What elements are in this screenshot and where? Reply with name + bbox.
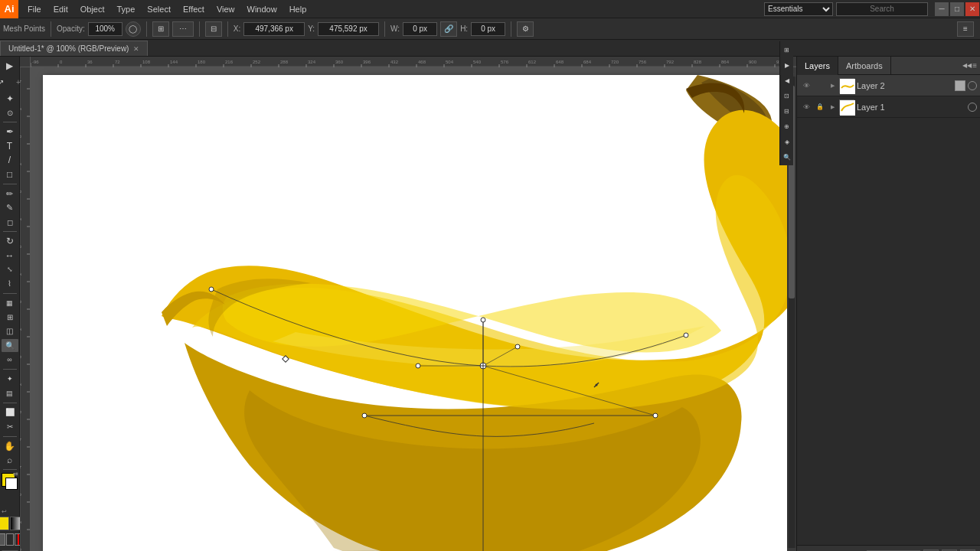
menu-bar: Ai File Edit Object Type Select Effect V…: [0, 0, 980, 18]
options-bar: Mesh Points Opacity: 100% ◯ ⊞ ⋯ ⊟ X: Y: …: [0, 18, 980, 40]
svg-text:-96: -96: [32, 60, 39, 64]
rectangle-tool[interactable]: □: [2, 168, 18, 181]
layer2-name: Layer 2: [857, 81, 952, 90]
column-graph-tool[interactable]: ▤: [2, 386, 18, 399]
svg-text:792: 792: [666, 60, 675, 64]
pen-tool[interactable]: ✒: [2, 126, 18, 138]
hand-tool[interactable]: ✋: [2, 439, 18, 452]
mesh-tool[interactable]: ⊞: [2, 311, 18, 323]
h-input[interactable]: [471, 22, 505, 36]
y-label: Y:: [308, 24, 315, 33]
search-input[interactable]: [836, 2, 928, 16]
svg-text:612: 612: [528, 60, 537, 64]
fill-mode-btns: [0, 533, 22, 546]
default-colors-btn[interactable]: ↩: [2, 508, 7, 515]
layer2-visibility[interactable]: 👁: [800, 80, 812, 92]
menu-window[interactable]: Window: [241, 2, 283, 16]
layer1-expand[interactable]: ▶: [828, 103, 837, 112]
menu-file[interactable]: File: [21, 2, 47, 16]
selection-tool[interactable]: ▶: [2, 60, 18, 72]
zoom-tool[interactable]: ⌕: [2, 454, 18, 466]
layer1-lock[interactable]: 🔒: [815, 102, 825, 112]
scale-tool[interactable]: ⤡: [2, 263, 18, 276]
paintbrush-tool[interactable]: ✏: [2, 187, 18, 200]
layers-panel-header: Layers Artboards ◀◀ ≡: [797, 57, 980, 75]
lock-proportions-btn[interactable]: 🔗: [440, 21, 457, 37]
fill-btn[interactable]: [0, 533, 5, 546]
rt-btn3[interactable]: ◀: [780, 73, 794, 87]
stroke-only-btn[interactable]: [6, 533, 14, 546]
menu-type[interactable]: Type: [111, 2, 142, 16]
maximize-button[interactable]: □: [950, 2, 964, 16]
tab-close-btn[interactable]: ✕: [133, 45, 139, 53]
warp-tool[interactable]: ⌇: [2, 278, 18, 290]
slice-tool[interactable]: ✂: [2, 420, 18, 432]
scroll-down-btn[interactable]: ▼: [787, 548, 796, 551]
svg-text:0: 0: [60, 60, 63, 64]
swap-colors-btn[interactable]: ⇄: [13, 471, 18, 478]
rt-btn2[interactable]: ▶: [780, 58, 794, 72]
rt-btn6[interactable]: ⊕: [780, 119, 794, 133]
y-input[interactable]: [318, 22, 379, 36]
lasso-tool[interactable]: ⊙: [2, 106, 18, 119]
opacity-input[interactable]: 100%: [88, 22, 122, 36]
menu-view[interactable]: View: [211, 2, 241, 16]
menu-edit[interactable]: Edit: [47, 2, 74, 16]
direct-selection-tool[interactable]: ↗: [0, 73, 9, 90]
color-area: ⇄ ↩: [2, 473, 18, 515]
menu-effect[interactable]: Effect: [177, 2, 211, 16]
close-button[interactable]: ✕: [965, 2, 979, 16]
background-color[interactable]: [5, 478, 18, 490]
pencil-tool[interactable]: ✎: [2, 201, 18, 214]
layer1-target[interactable]: [968, 103, 977, 112]
minimize-button[interactable]: ─: [935, 2, 949, 16]
blend-tool[interactable]: ∞: [2, 354, 18, 366]
gradient-tool[interactable]: ◫: [2, 325, 18, 337]
layer-row-2[interactable]: 👁 ▶ Layer 2: [797, 75, 980, 96]
more-options-btn[interactable]: ⚙: [517, 21, 534, 37]
canvas-area[interactable]: [31, 67, 787, 551]
x-input[interactable]: [243, 22, 305, 36]
graph-tool[interactable]: ▦: [2, 297, 18, 309]
opacity-icon-btn[interactable]: ◯: [126, 21, 141, 37]
menu-object[interactable]: Object: [74, 2, 111, 16]
panel-collapse-btn[interactable]: ◀◀: [962, 61, 972, 70]
line-tool[interactable]: /: [2, 154, 18, 166]
rotate-tool[interactable]: ↻: [2, 235, 18, 247]
eyedropper-tool[interactable]: 🔍: [2, 339, 18, 351]
document-tab[interactable]: Untitled-1* @ 100% (RGB/Preview) ✕: [0, 41, 148, 56]
rt-btn7[interactable]: ◈: [780, 135, 794, 148]
workspace-selector[interactable]: Essentials: [764, 2, 833, 16]
banana-artwork: [43, 75, 787, 551]
eraser-tool[interactable]: ◻: [2, 216, 18, 228]
panel-menu-btn[interactable]: ≡: [972, 61, 977, 70]
mirror-tool[interactable]: ↔: [2, 249, 18, 262]
magic-wand-tool[interactable]: ✦: [2, 92, 18, 104]
svg-text:432: 432: [390, 60, 399, 64]
rt-btn5[interactable]: ⊟: [780, 104, 794, 118]
tab-layers[interactable]: Layers: [797, 57, 838, 75]
rt-btn1[interactable]: ⊞: [780, 43, 794, 57]
artboard-tool[interactable]: ⬜: [2, 406, 18, 419]
transform-btn[interactable]: ⊞: [152, 21, 169, 37]
panel-toggle-btn[interactable]: ≡: [957, 21, 974, 37]
svg-text:576: 576: [501, 60, 509, 64]
solid-color-btn[interactable]: [0, 517, 9, 530]
w-input[interactable]: [403, 22, 437, 36]
rt-btn8[interactable]: 🔍: [780, 150, 794, 164]
svg-text:360: 360: [335, 60, 344, 64]
layer1-visibility[interactable]: 👁: [800, 101, 812, 113]
layer-row-1[interactable]: 👁 🔒 ▶ Layer 1: [797, 96, 980, 118]
rt-btn4[interactable]: ⊡: [780, 89, 794, 103]
menu-help[interactable]: Help: [283, 2, 313, 16]
text-tool[interactable]: T: [2, 140, 18, 152]
layer2-expand[interactable]: ▶: [828, 81, 837, 90]
layer2-target[interactable]: [968, 81, 977, 90]
tab-artboards[interactable]: Artboards: [838, 57, 891, 75]
menu-select[interactable]: Select: [141, 2, 177, 16]
symbol-sprayer-tool[interactable]: ✦: [2, 373, 18, 385]
svg-text:144: 144: [170, 60, 178, 64]
align-btn[interactable]: ⊟: [205, 21, 222, 37]
layer2-thumbnail: [839, 78, 854, 93]
stroke-btn[interactable]: ⋯: [172, 21, 194, 37]
